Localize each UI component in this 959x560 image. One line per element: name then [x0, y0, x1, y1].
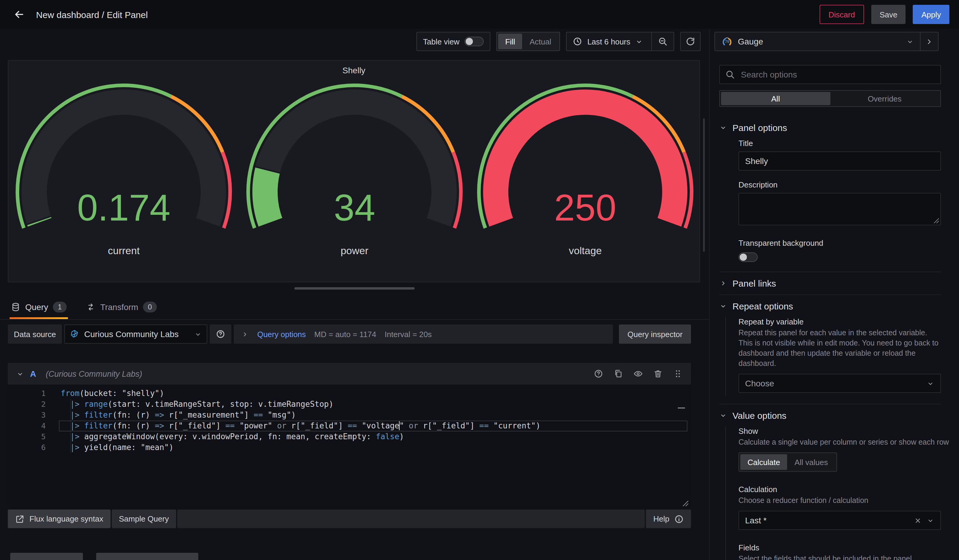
value-options-header[interactable]: Value options: [719, 404, 941, 426]
datasource-picker[interactable]: Curious Community Labs: [64, 325, 207, 344]
query-editor: A (Curious Community Labs) 1from(bucket:…: [8, 363, 691, 528]
tab-overrides[interactable]: Overrides: [830, 92, 939, 105]
text-cursor: [399, 421, 400, 430]
database-icon: [11, 302, 21, 312]
drag-handle-icon[interactable]: [673, 369, 683, 379]
chevron-down-icon: [635, 38, 643, 45]
calculation-select[interactable]: Last *: [739, 511, 941, 530]
calculation-description: Choose a reducer function / calculation: [739, 496, 941, 506]
table-view-switch[interactable]: [464, 37, 483, 46]
splitter-handle[interactable]: [295, 287, 414, 290]
calculate-option[interactable]: Calculate: [740, 454, 787, 470]
main-column: Table view Fill Actual Last 6 hours: [0, 29, 709, 560]
fill-option[interactable]: Fill: [498, 33, 522, 49]
discard-button[interactable]: Discard: [820, 5, 864, 24]
description-textarea[interactable]: [739, 193, 941, 225]
flux-code-editor[interactable]: 1from(bucket: "shelly")2 |> range(start:…: [8, 385, 691, 508]
sample-query-button[interactable]: Sample Query: [112, 509, 176, 528]
query-help-icon[interactable]: [594, 369, 603, 379]
time-range-label: Last 6 hours: [587, 37, 630, 46]
description-label: Description: [739, 180, 941, 189]
datasource-name: Curious Community Labs: [84, 329, 189, 339]
query-options-toggle[interactable]: Query options: [257, 329, 306, 339]
gauge-current: 0.174current: [8, 76, 239, 264]
sample-query-label: Sample Query: [119, 514, 169, 523]
gauge-value: 34: [334, 187, 375, 228]
repeat-variable-select[interactable]: Choose: [739, 374, 941, 393]
value-options-title: Value options: [733, 410, 787, 421]
chevron-down-icon: [927, 379, 934, 387]
duplicate-query-icon[interactable]: [613, 369, 623, 379]
help-button[interactable]: Help: [646, 509, 691, 528]
arrow-left-icon: [13, 8, 25, 21]
query-inspector-button[interactable]: Query inspector: [619, 325, 691, 344]
calculation-value: Last *: [745, 515, 909, 525]
chevron-down-icon: [906, 38, 914, 45]
panel-links-header[interactable]: Panel links: [719, 272, 941, 294]
save-button[interactable]: Save: [871, 5, 906, 24]
chevron-right-icon: [719, 279, 727, 287]
transform-count-badge: 0: [143, 301, 156, 312]
transparent-bg-label: Transparent background: [739, 239, 941, 248]
chevron-right-icon: [241, 330, 249, 338]
options-filter-tabs: All Overrides: [719, 90, 941, 107]
time-picker[interactable]: Last 6 hours: [566, 32, 674, 51]
panel-title-input[interactable]: [739, 151, 941, 171]
chevron-down-icon: [719, 412, 727, 419]
flux-syntax-link[interactable]: Flux language syntax: [8, 509, 111, 528]
partial-button[interactable]: [96, 553, 198, 560]
main-scrollbar-thumb[interactable]: [703, 118, 705, 252]
refresh-button[interactable]: [680, 32, 701, 51]
top-header: New dashboard / Edit Panel Discard Save …: [0, 0, 959, 29]
options-search: [719, 65, 941, 84]
all-values-option[interactable]: All values: [787, 454, 835, 470]
query-editor-header: A (Curious Community Labs): [8, 363, 691, 385]
partial-button[interactable]: [10, 553, 83, 560]
clock-icon: [573, 37, 583, 46]
query-datasource-hint: (Curious Community Labs): [46, 369, 588, 378]
apply-button[interactable]: Apply: [913, 5, 949, 24]
code-line: 3 |> filter(fn: (r) => r["_measurement"]…: [8, 410, 691, 421]
zoom-out-icon[interactable]: [658, 37, 667, 46]
transparent-bg-switch[interactable]: [739, 252, 758, 262]
repeat-options-header[interactable]: Repeat options: [719, 295, 941, 317]
chevron-right-icon: [926, 38, 933, 45]
table-view-label: Table view: [423, 37, 459, 46]
query-count-badge: 1: [53, 301, 66, 312]
tab-all[interactable]: All: [721, 92, 830, 105]
chevron-down-icon: [927, 516, 934, 524]
code-line: 5 |> aggregateWindow(every: v.windowPeri…: [8, 431, 691, 442]
repeat-options-title: Repeat options: [733, 301, 793, 311]
help-label: Help: [653, 514, 670, 523]
info-circle-icon: [674, 514, 684, 523]
datasource-help-button[interactable]: [210, 325, 231, 344]
panel-toolbar: Table view Fill Actual Last 6 hours: [0, 29, 709, 54]
show-label: Show: [739, 426, 941, 436]
toggle-visibility-icon[interactable]: [633, 369, 643, 379]
collapse-options-button[interactable]: [920, 32, 938, 51]
actual-option[interactable]: Actual: [523, 33, 559, 49]
collapse-query-icon[interactable]: [16, 370, 24, 378]
table-view-toggle[interactable]: Table view: [416, 32, 490, 51]
editor-resize-handle[interactable]: [682, 500, 688, 506]
query-tabs: Query 1 Transform 0: [0, 294, 709, 320]
search-input[interactable]: [740, 69, 935, 80]
show-description: Calculate a single value per column or s…: [739, 438, 941, 448]
repeat-description: Repeat this panel for each value in the …: [739, 328, 941, 369]
fields-description: Select the fields that should be include…: [739, 554, 941, 560]
clear-icon[interactable]: [914, 516, 922, 524]
delete-query-icon[interactable]: [653, 369, 663, 379]
gauge-viz-icon: 79: [721, 35, 733, 48]
external-link-icon: [15, 514, 25, 523]
panel-splitter: [0, 282, 709, 294]
code-line: 6 |> yield(name: "mean"): [8, 442, 691, 453]
panel-options-header[interactable]: Panel options: [719, 116, 941, 139]
visualization-picker[interactable]: 79 Gauge: [714, 32, 938, 51]
gauge-title: current: [8, 245, 239, 257]
tab-transform[interactable]: Transform 0: [85, 294, 158, 319]
fields-label: Fields: [739, 543, 941, 552]
back-button[interactable]: [10, 5, 29, 24]
fill-actual-group: Fill Actual: [496, 32, 560, 51]
tab-transform-label: Transform: [100, 302, 139, 312]
tab-query[interactable]: Query 1: [10, 294, 68, 319]
